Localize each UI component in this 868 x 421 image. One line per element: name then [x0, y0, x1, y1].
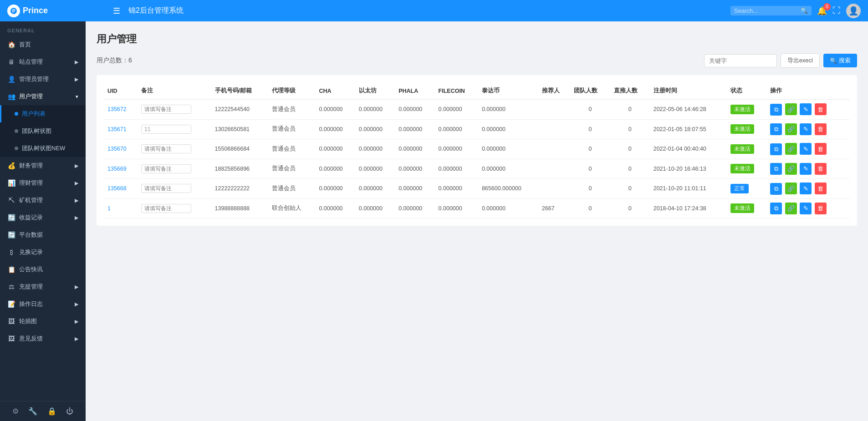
sidebar-item-wealth-manage[interactable]: 📊 理财管理 ▶ — [0, 174, 86, 192]
edit-btn[interactable]: ✎ — [800, 203, 812, 214]
sidebar-item-recharge-manage[interactable]: ⚖ 充提管理 ▶ — [0, 278, 86, 295]
sidebar-item-site-manage[interactable]: 🖥 站点管理 ▶ — [0, 53, 86, 71]
cell-reg-time: 2021-10-20 11:01:11 — [650, 179, 727, 199]
arrow-icon: ▶ — [75, 336, 78, 342]
search-btn[interactable]: 🔍 搜索 — [823, 54, 857, 67]
note-input[interactable] — [141, 144, 191, 153]
app-title: Prince — [23, 6, 48, 15]
copy-btn[interactable]: ⧉ — [770, 163, 782, 175]
link-btn[interactable]: 🔗 — [785, 123, 797, 135]
sidebar-item-user-list[interactable]: 用户列表 — [0, 105, 86, 122]
uid-link[interactable]: 135670 — [107, 146, 127, 152]
link-btn[interactable]: 🔗 — [785, 103, 797, 115]
link-btn[interactable]: 🔗 — [785, 143, 797, 155]
table-row: 135672 12222544540 普通会员 0.000000 0.00000… — [104, 100, 850, 120]
sidebar-item-user-manage[interactable]: 👥 用户管理 ▾ — [0, 88, 86, 105]
sidebar-section-label: GENERAL — [0, 21, 86, 36]
col-level: 代理等级 — [268, 82, 316, 100]
topbar: P Prince ☰ 锦2后台管理系统 🔍 🔔 0 ⛶ 👤 — [0, 0, 868, 21]
sidebar-sub-label: 用户列表 — [22, 110, 46, 118]
page-title: 用户管理 — [97, 32, 857, 46]
edit-btn[interactable]: ✎ — [800, 143, 812, 155]
delete-btn[interactable]: 🗑 — [815, 163, 827, 175]
sidebar-item-label: 公告快讯 — [19, 265, 43, 274]
uid-link[interactable]: 135672 — [107, 106, 127, 112]
link-btn[interactable]: 🔗 — [785, 183, 797, 194]
delete-btn[interactable]: 🗑 — [815, 183, 827, 194]
copy-btn[interactable]: ⧉ — [770, 183, 782, 195]
sidebar-item-exchange-record[interactable]: ₿ 兑换记录 — [0, 243, 86, 261]
delete-btn[interactable]: 🗑 — [815, 103, 827, 115]
keyword-input[interactable] — [704, 54, 777, 67]
copy-btn[interactable]: ⧉ — [770, 104, 782, 116]
copy-btn[interactable]: ⧉ — [770, 203, 782, 214]
link-btn[interactable]: 🔗 — [785, 203, 797, 214]
sidebar-item-label: 站点管理 — [19, 58, 43, 66]
uid-link[interactable]: 1 — [107, 205, 111, 212]
sidebar-item-operation-log[interactable]: 📝 操作日志 ▶ — [0, 295, 86, 313]
note-input[interactable] — [141, 105, 191, 114]
delete-btn[interactable]: 🗑 — [815, 123, 827, 135]
uid-link[interactable]: 135671 — [107, 126, 127, 132]
tools-icon[interactable]: 🔧 — [28, 407, 37, 416]
sidebar: GENERAL 🏠 首页 🖥 站点管理 ▶ 👤 管理员管理 ▶ 👥 用户管理 ▾… — [0, 21, 86, 421]
sidebar-item-announcement[interactable]: 📋 公告快讯 — [0, 261, 86, 278]
edit-btn[interactable]: ✎ — [800, 123, 812, 135]
cell-team-count: 0 — [570, 139, 610, 159]
sidebar-item-miner-manage[interactable]: ⛏ 矿机管理 ▶ — [0, 192, 86, 209]
cell-cha: 0.000000 — [315, 198, 355, 218]
cell-phone: 15506866684 — [211, 139, 268, 159]
search-icon[interactable]: 🔍 — [801, 7, 808, 14]
note-input[interactable] — [141, 164, 191, 173]
note-input[interactable] — [141, 204, 191, 213]
sidebar-item-team-tree[interactable]: 团队树状图 — [0, 122, 86, 140]
col-filecoin: FILECOIN — [435, 82, 478, 100]
cell-filecoin: 0.000000 — [435, 119, 478, 139]
uid-link[interactable]: 135669 — [107, 166, 127, 172]
cell-eth: 0.000000 — [355, 198, 395, 218]
fullscreen-btn[interactable]: ⛶ — [832, 6, 841, 15]
miner-icon: ⛏ — [7, 197, 15, 204]
topbar-right: 🔍 🔔 0 ⛶ 👤 — [730, 4, 861, 18]
search-input[interactable] — [734, 7, 798, 14]
copy-btn[interactable]: ⧉ — [770, 123, 782, 135]
cell-note — [138, 100, 211, 120]
user-table: UID 备注 手机号码/邮箱 代理等级 CHA 以太坊 PHALA FILECO… — [104, 82, 850, 218]
sidebar-item-admin-manage[interactable]: 👤 管理员管理 ▶ — [0, 71, 86, 88]
delete-btn[interactable]: 🗑 — [815, 143, 827, 155]
users-icon: 👥 — [7, 93, 15, 100]
cell-reg-time: 2022-01-04 00:40:40 — [650, 139, 727, 159]
sidebar-item-income-record[interactable]: 🔄 收益记录 ▶ — [0, 209, 86, 226]
sidebar-item-platform-data[interactable]: 🔄 平台数据 — [0, 226, 86, 243]
note-input[interactable] — [141, 125, 191, 134]
sidebar-item-carousel[interactable]: 🖼 轮插图 ▶ — [0, 313, 86, 330]
cell-direct-count: 0 — [610, 159, 650, 179]
menu-toggle-icon[interactable]: ☰ — [113, 6, 120, 16]
finance-icon: 💰 — [7, 162, 15, 169]
note-input[interactable] — [141, 184, 191, 193]
cell-phala: 0.000000 — [395, 159, 434, 179]
edit-btn[interactable]: ✎ — [800, 183, 812, 194]
table-container: UID 备注 手机号码/邮箱 代理等级 CHA 以太坊 PHALA FILECO… — [97, 75, 857, 226]
edit-btn[interactable]: ✎ — [800, 163, 812, 175]
link-btn[interactable]: 🔗 — [785, 163, 797, 175]
delete-btn[interactable]: 🗑 — [815, 203, 827, 214]
power-icon[interactable]: ⏻ — [66, 407, 73, 416]
lock-icon[interactable]: 🔒 — [47, 407, 56, 416]
sidebar-item-finance-manage[interactable]: 💰 财务管理 ▶ — [0, 157, 86, 174]
edit-btn[interactable]: ✎ — [800, 103, 812, 115]
table-header-row: UID 备注 手机号码/邮箱 代理等级 CHA 以太坊 PHALA FILECO… — [104, 82, 850, 100]
notification-btn[interactable]: 🔔 0 — [817, 6, 827, 16]
cell-direct-count: 0 — [610, 179, 650, 199]
sidebar-item-feedback[interactable]: 🖼 意见反馈 ▶ — [0, 330, 86, 347]
sidebar-item-home[interactable]: 🏠 首页 — [0, 36, 86, 53]
uid-link[interactable]: 135668 — [107, 185, 127, 192]
settings-icon[interactable]: ⚙ — [12, 407, 19, 416]
user-icon: 👤 — [7, 76, 15, 83]
col-team-count: 团队人数 — [570, 82, 610, 100]
col-referrer: 推荐人 — [538, 82, 571, 100]
sidebar-item-team-tree-new[interactable]: 团队树状图NEW — [0, 140, 86, 157]
copy-btn[interactable]: ⧉ — [770, 143, 782, 155]
export-btn[interactable]: 导出execl — [781, 53, 820, 68]
user-avatar[interactable]: 👤 — [846, 4, 861, 18]
